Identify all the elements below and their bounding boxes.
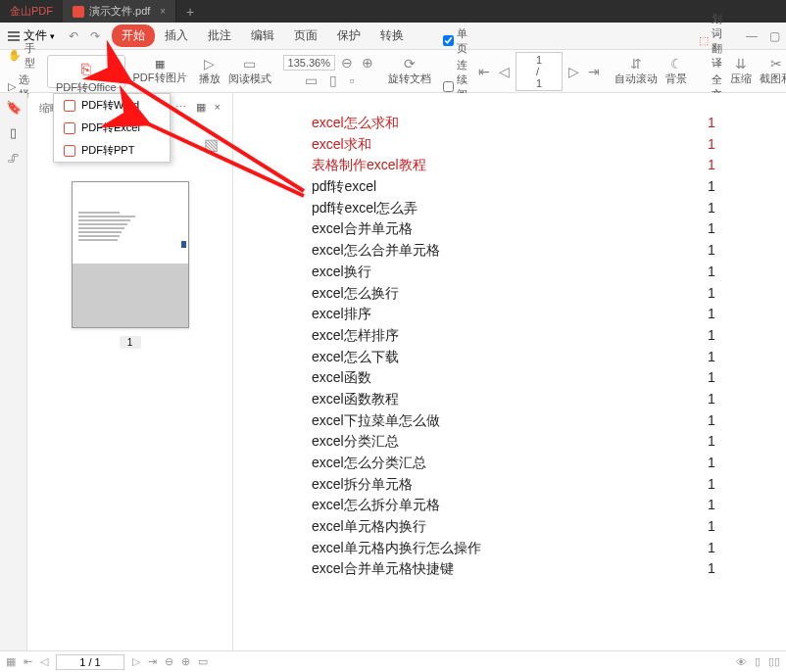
- title-bar: 金山PDF 演示文件.pdf × +: [0, 0, 786, 23]
- rotate-button[interactable]: ⟳ 旋转文档: [384, 50, 435, 93]
- moon-icon: ☾: [667, 56, 686, 72]
- page-indicator[interactable]: 1 / 1: [516, 52, 563, 91]
- doc-row: excel函数教程1: [312, 389, 727, 410]
- doc-row: excel换行1: [312, 262, 727, 283]
- crop-icon: ✂: [767, 56, 785, 72]
- status-eye-icon[interactable]: 👁: [736, 656, 747, 668]
- document-tab[interactable]: 演示文件.pdf ×: [63, 0, 176, 23]
- toolbar: ✋手型 ▷选择 ⎘ PDF转Office ▦ PDF转图片 ▷ 播放 ▭ 阅读模…: [0, 50, 786, 93]
- status-zoomin-icon[interactable]: ⊕: [181, 655, 190, 668]
- pdf-to-image-button[interactable]: ▦ PDF转图片: [129, 50, 191, 93]
- selection-translate[interactable]: ⬚划词翻译: [699, 12, 722, 71]
- doc-row: excel单元格内换行怎么操作1: [312, 538, 727, 559]
- prev-page-icon[interactable]: ◁: [496, 64, 513, 79]
- page-nav: ⇤ ◁ 1 / 1 ▷ ⇥: [471, 50, 607, 93]
- tab-edit[interactable]: 编辑: [241, 24, 284, 47]
- pdf-to-word-item[interactable]: PDF转Word: [54, 94, 170, 117]
- tab-convert[interactable]: 转换: [370, 24, 414, 47]
- undo-icon[interactable]: ↶: [63, 29, 84, 43]
- next-page-icon[interactable]: ▷: [565, 64, 582, 79]
- tab-annotate[interactable]: 批注: [198, 24, 241, 47]
- hamburger-icon: [8, 31, 20, 41]
- close-tab-icon[interactable]: ×: [160, 6, 166, 17]
- fit-page-icon[interactable]: ▯: [326, 72, 340, 88]
- tab-start[interactable]: 开始: [112, 24, 155, 47]
- thumb-close-icon[interactable]: ×: [215, 101, 221, 113]
- redo-icon[interactable]: ↷: [84, 29, 106, 43]
- tab-insert[interactable]: 插入: [155, 24, 198, 47]
- status-prev-icon[interactable]: ⇤: [24, 655, 32, 668]
- read-icon: ▭: [240, 56, 259, 72]
- doc-row: excel求和1: [312, 134, 727, 156]
- first-page-icon[interactable]: ⇤: [475, 64, 493, 79]
- zoom-in-icon[interactable]: ⊕: [359, 55, 376, 71]
- status-page-input[interactable]: [56, 654, 124, 670]
- thumbnail-panel: 缩略 ⋯ ▦ × ▧ 1: [27, 93, 233, 650]
- pdf-to-office-button[interactable]: ⎘ PDF转Office: [43, 50, 129, 93]
- doc-row: excel怎么下载1: [312, 347, 727, 368]
- crop-button[interactable]: ✂ 截图和: [756, 50, 786, 93]
- background-button[interactable]: ☾ 背景: [662, 50, 691, 93]
- rotate-icon: ⟳: [401, 56, 418, 72]
- auto-scroll-button[interactable]: ⇵ 自动滚动: [611, 50, 662, 93]
- doc-row: excel怎么求和1: [312, 113, 727, 134]
- scroll-icon: ⇵: [627, 56, 645, 72]
- read-mode-button[interactable]: ▭ 阅读模式: [224, 50, 275, 93]
- zoom-out-icon[interactable]: ⊖: [338, 55, 356, 71]
- status-bar: ▦ ⇤ ◁ ▷ ⇥ ⊖ ⊕ ▭ 👁 ▯ ▯▯: [0, 650, 786, 672]
- doc-row: excel下拉菜单怎么做1: [312, 410, 727, 432]
- status-next-icon[interactable]: ⇥: [148, 655, 157, 668]
- status-zoomout-icon[interactable]: ⊖: [165, 655, 173, 668]
- doc-row: excel排序1: [312, 304, 727, 325]
- status-layout1-icon[interactable]: ▯: [755, 655, 761, 668]
- attachment-icon[interactable]: 🖇: [6, 150, 22, 166]
- status-grid-icon[interactable]: ▦: [6, 655, 16, 668]
- document-page: excel怎么求和1excel求和1表格制作excel教程1pdf转excel1…: [233, 93, 786, 650]
- new-tab-button[interactable]: +: [176, 4, 204, 20]
- minimize-icon[interactable]: —: [740, 29, 763, 43]
- tab-protect[interactable]: 保护: [327, 24, 370, 47]
- zoom-group: 135.36% ⊖ ⊕ ▭ ▯ ▫: [279, 50, 380, 93]
- doc-row: 表格制作excel教程1: [312, 155, 727, 176]
- doc-row: excel怎么换行1: [312, 283, 727, 305]
- page-thumbnail[interactable]: [72, 181, 189, 328]
- left-sidebar: 🔖 ▯ 🖇: [0, 93, 27, 650]
- fit-width-icon[interactable]: ▭: [302, 72, 320, 88]
- status-fit-icon[interactable]: ▭: [198, 655, 208, 668]
- compress-button[interactable]: ⇊ 压缩: [726, 50, 756, 93]
- thumbnail-icon[interactable]: ▯: [6, 124, 22, 140]
- bookmark-icon[interactable]: 🔖: [6, 99, 22, 115]
- doc-row: excel合并单元格快捷键1: [312, 558, 727, 580]
- pdf-to-ppt-item[interactable]: PDF转PPT: [54, 139, 170, 162]
- actual-size-icon[interactable]: ▫: [346, 72, 357, 88]
- image-icon: ▦: [155, 58, 165, 71]
- play-button[interactable]: ▷ 播放: [195, 50, 224, 93]
- pdf-icon: [73, 6, 84, 18]
- maximize-icon[interactable]: ▢: [763, 29, 786, 43]
- menu-bar: 文件 ▾ ↶ ↷ 开始 插入 批注 编辑 页面 保护 转换 — ▢: [0, 23, 786, 50]
- status-right-icon[interactable]: ▷: [132, 655, 140, 668]
- doc-row: excel单元格内换行1: [312, 516, 727, 538]
- doc-row: excel拆分单元格1: [312, 474, 727, 496]
- single-page-check[interactable]: 单页: [443, 26, 467, 56]
- status-left-icon[interactable]: ◁: [40, 655, 48, 668]
- zoom-value[interactable]: 135.36%: [283, 55, 335, 71]
- compress-icon: ⇊: [732, 56, 750, 72]
- thumb-image-icon[interactable]: ▧: [204, 135, 219, 154]
- status-layout2-icon[interactable]: ▯▯: [768, 655, 780, 668]
- doc-row: excel怎么合并单元格1: [312, 240, 727, 262]
- app-name: 金山PDF: [0, 4, 63, 19]
- thumb-grid-icon[interactable]: ▦: [196, 101, 206, 113]
- ribbon-tabs: 开始 插入 批注 编辑 页面 保护 转换: [112, 24, 414, 47]
- tab-page[interactable]: 页面: [284, 24, 327, 47]
- doc-row: pdf转excel怎么弄1: [312, 198, 727, 219]
- hand-tool[interactable]: ✋手型: [8, 41, 35, 71]
- last-page-icon[interactable]: ⇥: [585, 64, 603, 79]
- cursor-group: ✋手型 ▷选择: [4, 50, 39, 93]
- doc-row: excel函数1: [312, 367, 727, 389]
- main-body: 🔖 ▯ 🖇 缩略 ⋯ ▦ × ▧ 1 excel怎么求和1excel求和1表格制…: [0, 93, 786, 650]
- play-icon: ▷: [201, 56, 218, 72]
- thumb-opts-icon[interactable]: ⋯: [175, 101, 186, 113]
- document-area[interactable]: excel怎么求和1excel求和1表格制作excel教程1pdf转excel1…: [233, 93, 786, 650]
- pdf-to-excel-item[interactable]: PDF转Excel: [54, 117, 170, 139]
